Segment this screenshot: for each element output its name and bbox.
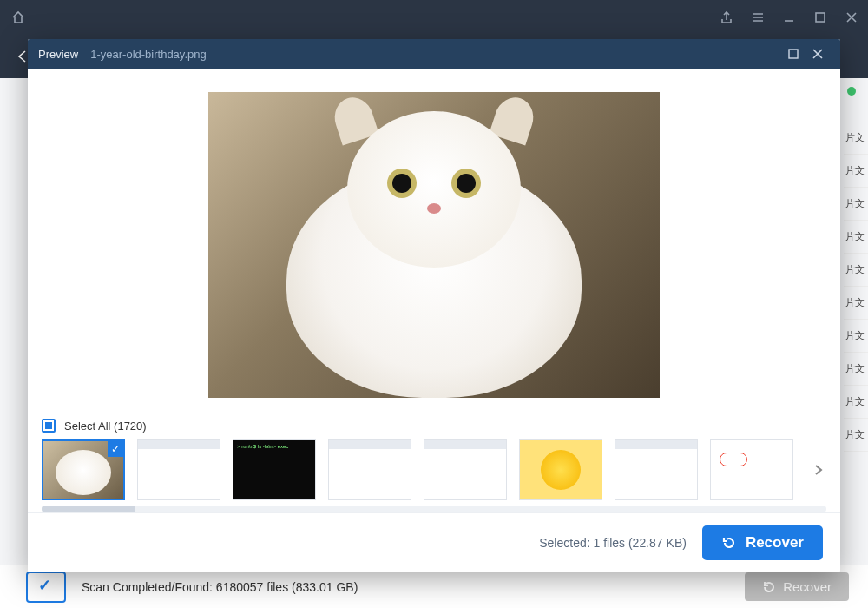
modal-maximize-icon[interactable]: [781, 42, 806, 66]
modal-title-text: Preview: [38, 48, 78, 61]
bg-recover-button[interactable]: Recover: [745, 572, 849, 601]
scan-complete-icon: [26, 572, 66, 603]
select-all-label: Select All (1720): [64, 420, 147, 433]
thumbnail-strip: ✓> run\n$ ls -la\n> exec: [42, 439, 826, 500]
thumbnail-4[interactable]: [424, 439, 507, 500]
thumbnail-next-icon[interactable]: [809, 460, 828, 479]
thumbnail-2[interactable]: > run\n$ ls -la\n> exec: [233, 439, 316, 500]
home-icon[interactable]: [7, 6, 30, 29]
maximize-icon[interactable]: [811, 8, 830, 27]
select-all-checkbox[interactable]: [42, 419, 56, 433]
modal-titlebar: Preview 1-year-old-birthday.png: [28, 39, 840, 69]
preview-image: [208, 92, 660, 398]
svg-rect-0: [816, 13, 825, 22]
thumbnail-5[interactable]: [519, 439, 602, 500]
selected-summary: Selected: 1 files (22.87 KB): [539, 536, 687, 550]
thumbnail-scrollbar[interactable]: [42, 506, 826, 512]
modal-filename: 1-year-old-birthday.png: [90, 48, 206, 61]
thumbnail-7[interactable]: [710, 439, 793, 500]
thumbnail-0[interactable]: ✓: [42, 439, 125, 500]
preview-area: [28, 69, 840, 410]
preview-modal: Preview 1-year-old-birthday.png Select A…: [28, 39, 840, 572]
thumbnail-selected-badge: ✓: [108, 441, 123, 457]
menu-icon[interactable]: [748, 8, 767, 27]
svg-rect-1: [789, 50, 798, 58]
minimize-icon[interactable]: [779, 8, 799, 27]
thumbnail-1[interactable]: [137, 439, 220, 500]
modal-close-icon[interactable]: [806, 42, 830, 66]
thumbnail-6[interactable]: [615, 439, 698, 500]
bg-file-fragments: 片文 片文 片文 片文 片文 片文 片文 片文 片文 片文: [844, 122, 868, 452]
thumbnail-3[interactable]: [328, 439, 411, 500]
share-icon[interactable]: [717, 8, 736, 27]
recover-button[interactable]: Recover: [702, 525, 823, 560]
status-dot-icon: [847, 87, 856, 96]
close-icon[interactable]: [842, 8, 861, 27]
scan-status-text: Scan Completed/Found: 6180057 files (833…: [82, 580, 358, 594]
